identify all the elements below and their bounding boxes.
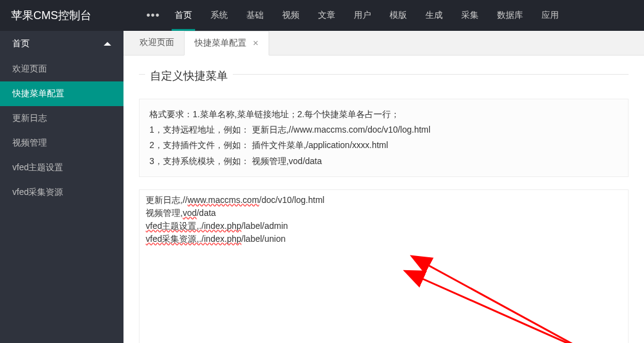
tab-label: 快捷菜单配置 xyxy=(194,38,246,49)
content-area: 自定义快捷菜单 格式要求：1.菜单名称,菜单链接地址；2.每个快捷菜单各占一行；… xyxy=(123,56,644,343)
sidebar-item[interactable]: vfed采集资源 xyxy=(0,180,123,205)
topnav-item[interactable]: 数据库 xyxy=(488,0,532,31)
logo: 苹果CMS控制台 xyxy=(11,8,116,23)
sidebar-group-home[interactable]: 首页 xyxy=(0,31,123,57)
section-divider: 自定义快捷菜单 xyxy=(139,74,629,89)
instruction-line: 1，支持远程地址，例如： 更新日志,//www.maccms.com/doc/v… xyxy=(149,122,618,138)
sidebar-item[interactable]: 更新日志 xyxy=(0,106,123,131)
topnav-item[interactable]: 文章 xyxy=(309,0,345,31)
chevron-up-icon xyxy=(104,42,111,46)
instruction-line: 3，支持系统模块，例如： 视频管理,vod/data xyxy=(149,154,618,169)
topnav-item[interactable]: 用户 xyxy=(345,0,380,31)
content-tab[interactable]: 欢迎页面 xyxy=(130,30,184,55)
topnav-item[interactable]: 系统 xyxy=(201,0,237,31)
topnav-item[interactable]: 生成 xyxy=(416,0,452,31)
topbar: 苹果CMS控制台 ••• 首页系统基础视频文章用户模版生成采集数据库应用 xyxy=(0,0,644,31)
topnav: ••• 首页系统基础视频文章用户模版生成采集数据库应用 xyxy=(141,0,568,31)
editor-line: 更新日志,//www.maccms.com/doc/v10/log.html xyxy=(146,194,622,207)
topnav-item[interactable]: 视频 xyxy=(273,0,309,31)
editor-line: 视频管理,vod/data xyxy=(146,207,622,220)
tabbar: 欢迎页面快捷菜单配置✕ xyxy=(123,31,644,56)
sidebar-item[interactable]: vfed主题设置 xyxy=(0,155,123,180)
close-icon[interactable]: ✕ xyxy=(253,39,259,48)
topnav-item[interactable]: 模版 xyxy=(380,0,416,31)
instruction-line: 2，支持插件文件，例如： 插件文件菜单,/application/xxxx.ht… xyxy=(149,138,618,153)
sidebar: 首页 欢迎页面快捷菜单配置更新日志视频管理vfed主题设置vfed采集资源 xyxy=(0,31,123,343)
topnav-item[interactable]: 采集 xyxy=(452,0,488,31)
section-title: 自定义快捷菜单 xyxy=(145,68,233,83)
sidebar-item[interactable]: 欢迎页面 xyxy=(0,57,123,81)
topnav-more-icon[interactable]: ••• xyxy=(141,9,165,22)
sidebar-items: 欢迎页面快捷菜单配置更新日志视频管理vfed主题设置vfed采集资源 xyxy=(0,57,123,205)
content-tab[interactable]: 快捷菜单配置✕ xyxy=(184,31,269,56)
editor-line: vfed主题设置,./index.php/label/admin xyxy=(146,220,622,233)
main: 欢迎页面快捷菜单配置✕ 自定义快捷菜单 格式要求：1.菜单名称,菜单链接地址；2… xyxy=(123,31,644,343)
topnav-item[interactable]: 首页 xyxy=(165,0,201,31)
instruction-line: 格式要求：1.菜单名称,菜单链接地址；2.每个快捷菜单各占一行； xyxy=(149,107,618,122)
sidebar-item[interactable]: 快捷菜单配置 xyxy=(0,81,123,106)
sidebar-group-label: 首页 xyxy=(12,38,30,49)
tab-label: 欢迎页面 xyxy=(140,37,174,48)
sidebar-item[interactable]: 视频管理 xyxy=(0,131,123,155)
shortcut-editor[interactable]: 更新日志,//www.maccms.com/doc/v10/log.html视频… xyxy=(139,189,629,343)
topnav-item[interactable]: 应用 xyxy=(532,0,568,31)
topnav-item[interactable]: 基础 xyxy=(237,0,273,31)
editor-line: vfed采集资源,./index.php/label/union xyxy=(146,233,622,246)
instructions-box: 格式要求：1.菜单名称,菜单链接地址；2.每个快捷菜单各占一行；1，支持远程地址… xyxy=(139,99,629,177)
